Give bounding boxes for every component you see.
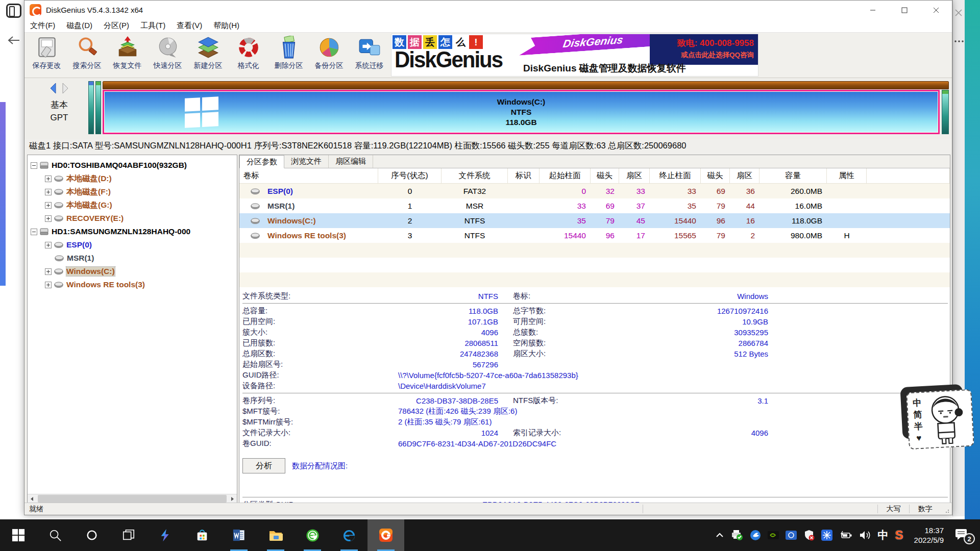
format-button[interactable]: 格式化 — [228, 34, 268, 77]
tree-item-recovery-e[interactable]: RECOVERY(E:) — [28, 212, 237, 225]
ime-mode-heart-icon[interactable]: ♥ — [914, 432, 923, 444]
partition-bar-msr[interactable] — [95, 81, 101, 134]
expand-icon[interactable] — [45, 215, 52, 222]
microsoft-store-button[interactable] — [184, 519, 220, 551]
partition-bar-windows-c[interactable]: Windows(C:) NTFS 118.0GB — [103, 90, 940, 134]
expand-icon[interactable] — [45, 282, 52, 288]
browser-back-icon[interactable] — [7, 34, 20, 49]
edge-button[interactable] — [331, 519, 368, 551]
background-wallpaper-strip — [0, 102, 6, 286]
diskgenius-taskbar-button[interactable] — [368, 519, 404, 551]
search-partition-button[interactable]: 搜索分区 — [67, 34, 107, 77]
new-partition-button[interactable]: 新建分区 — [188, 34, 228, 77]
collapse-icon[interactable] — [31, 162, 37, 169]
menu-partition[interactable]: 分区(P) — [98, 19, 135, 32]
tree-item-local-d[interactable]: 本地磁盘(D:) — [28, 172, 237, 185]
analyze-button[interactable]: 分析 — [242, 458, 285, 473]
action-center-button[interactable]: 2 — [954, 528, 975, 542]
tab-sector-edit[interactable]: 扇区编辑 — [329, 155, 373, 168]
table-row-msr[interactable]: MSR(1) 1MSR 336937 357944 16.0MB — [239, 198, 950, 213]
ime-mode-halfwidth[interactable]: 半 — [914, 420, 923, 432]
expand-icon[interactable] — [45, 202, 52, 209]
browser-e-green-icon — [306, 529, 320, 542]
expand-icon[interactable] — [45, 189, 52, 195]
partition-bar-esp[interactable] — [88, 81, 94, 134]
scrollbar-thumb[interactable] — [38, 495, 227, 503]
diskgenius-logo-icon — [30, 4, 41, 16]
expand-icon[interactable] — [45, 268, 52, 275]
nvidia-tray-icon[interactable] — [768, 531, 779, 540]
word-button[interactable] — [220, 519, 257, 551]
ime-mode-chinese[interactable]: 中 — [913, 397, 922, 409]
delete-partition-button[interactable]: 删除分区 — [268, 34, 309, 77]
disk-scheme-label: GPT — [36, 111, 83, 124]
power-battery-icon[interactable] — [839, 530, 852, 540]
partition-bar-re-tools[interactable] — [942, 90, 949, 134]
scroll-right-icon[interactable] — [228, 494, 237, 503]
task-view-icon — [122, 529, 135, 542]
tree-item-local-g[interactable]: 本地磁盘(G:) — [28, 198, 237, 212]
tree-item-local-f[interactable]: 本地磁盘(F:) — [28, 185, 237, 198]
menu-file[interactable]: 文件(F) — [24, 19, 61, 32]
tab-partition-params[interactable]: 分区参数 — [239, 155, 284, 168]
backup-partition-button[interactable]: 备份分区 — [309, 34, 349, 77]
printer-status-icon[interactable] — [731, 530, 743, 541]
save-changes-button[interactable]: 保存更改 — [27, 34, 67, 77]
volume-icon[interactable] — [859, 530, 871, 540]
table-row-esp[interactable]: ESP(0) 0FAT32 03233 336936 260.0MB — [239, 184, 950, 198]
expand-icon[interactable] — [45, 176, 52, 182]
tab-browse-files[interactable]: 浏览文件 — [284, 155, 329, 168]
menu-tools[interactable]: 工具(T) — [135, 19, 171, 32]
menu-view[interactable]: 查看(V) — [171, 19, 208, 32]
resize-grip[interactable] — [941, 503, 952, 515]
tab-strip: 分区参数 浏览文件 扇区编辑 — [239, 155, 950, 168]
close-button[interactable] — [920, 1, 952, 19]
minimize-button[interactable] — [857, 1, 889, 19]
taskbar-search-button[interactable] — [37, 519, 74, 551]
scroll-left-icon[interactable] — [28, 494, 37, 503]
task-view-button[interactable] — [110, 519, 147, 551]
tree-horizontal-scrollbar[interactable] — [28, 494, 237, 503]
table-row-windows-c[interactable]: Windows(C:) 2NTFS 357945 154409616 118.0… — [239, 213, 950, 228]
tree-item-windows-c[interactable]: Windows(C:) — [28, 265, 237, 278]
taskbar-clock[interactable]: 18:37 2022/5/9 — [910, 525, 948, 545]
tree-item-esp[interactable]: ESP(0) — [28, 238, 237, 252]
ime-mode-simplified[interactable]: 简 — [913, 409, 922, 420]
sogou-ime-icon[interactable]: S — [895, 528, 903, 542]
recover-files-button[interactable]: 恢复文件 — [107, 34, 148, 77]
expand-icon[interactable] — [45, 242, 52, 248]
cortana-button[interactable] — [74, 519, 110, 551]
file-explorer-button[interactable] — [257, 519, 294, 551]
table-header: 卷标序号(状态)文件系统标识起始柱面磁头扇区终止柱面磁头扇区容量属性 — [239, 168, 950, 184]
partition-map-panel: 基本 GPT Windows(C:) NTFS 118.0GB — [24, 78, 952, 139]
menu-disk[interactable]: 磁盘(D) — [61, 19, 98, 32]
intel-graphics-tray-icon[interactable] — [786, 530, 797, 540]
collapse-icon[interactable] — [31, 229, 37, 235]
tree-item-hd0[interactable]: HD0:TOSHIBAMQ04ABF100(932GB) — [28, 159, 237, 172]
app-lightning-button[interactable] — [147, 519, 184, 551]
snowflake-tray-icon[interactable] — [821, 530, 832, 541]
banner-qq-link[interactable]: 或点击此处选择QQ咨询 — [654, 51, 754, 60]
format-icon — [237, 36, 260, 59]
prev-disk-icon[interactable] — [49, 82, 57, 96]
menu-help[interactable]: 帮助(H) — [208, 19, 245, 32]
tree-item-windows-re[interactable]: Windows RE tools(3) — [28, 278, 237, 291]
quick-partition-button[interactable]: 快速分区 — [148, 34, 188, 77]
browser-360-button[interactable] — [294, 519, 331, 551]
maximize-button[interactable] — [889, 1, 920, 19]
thunder-tray-icon[interactable] — [750, 530, 761, 541]
promo-banner[interactable]: 数 据 丢 怎 么 ! DiskGenius DiskGenius 致电: 40… — [391, 34, 758, 77]
tree-item-hd1[interactable]: HD1:SAMSUNGMZNLN128HAHQ-000 — [28, 225, 237, 238]
next-disk-icon[interactable] — [62, 82, 69, 96]
table-row-windows-re[interactable]: Windows RE tools(3) 3NTFS 154409617 1556… — [239, 228, 950, 243]
search-icon — [48, 529, 62, 542]
background-more-icon[interactable] — [954, 38, 964, 47]
defender-tray-icon[interactable] — [803, 530, 815, 541]
background-close-icon[interactable] — [954, 8, 963, 19]
tree-item-msr[interactable]: MSR(1) — [28, 252, 237, 265]
system-migrate-button[interactable]: 系统迁移 — [349, 34, 389, 77]
tray-expand-icon[interactable] — [715, 531, 724, 539]
new-partition-icon — [197, 36, 220, 59]
ime-language-indicator[interactable]: 中 — [878, 528, 889, 542]
start-button[interactable] — [0, 519, 37, 551]
